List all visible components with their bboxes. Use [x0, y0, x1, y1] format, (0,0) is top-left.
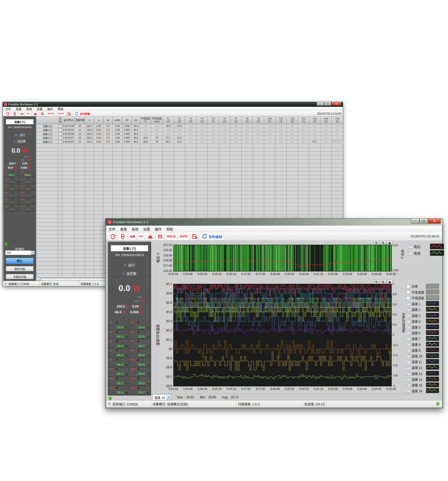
device-row-header[interactable]: 设备8 [?]: [37, 136, 58, 140]
legend-item-温度 11[interactable]: ✓温度 11: [406, 360, 422, 364]
row-checkbox[interactable]: [58, 148, 62, 152]
front-menu-4[interactable]: 设置: [141, 226, 152, 231]
back-menu-4[interactable]: 设置: [34, 107, 45, 111]
checkbox-checked-icon[interactable]: ✓: [59, 133, 62, 135]
col-header[interactable]: 运行时间: [62, 117, 74, 124]
row-checkbox[interactable]: [58, 258, 62, 262]
row-checkbox[interactable]: [58, 191, 62, 195]
col-header[interactable]: T10[?]: [264, 117, 275, 124]
row-checkbox[interactable]: [58, 215, 62, 219]
checkbox-checked-icon[interactable]: ✓: [406, 372, 410, 375]
zoom-icon[interactable]: [380, 280, 386, 284]
checkbox-checked-icon[interactable]: ✓: [406, 366, 410, 369]
hourglass-icon[interactable]: [12, 111, 18, 116]
checkbox-checked-icon[interactable]: ✓: [59, 140, 62, 143]
gauge-icon[interactable]: [4, 111, 11, 116]
hold-button[interactable]: HOLD: [166, 233, 177, 240]
col-header[interactable]: T13[?]: [298, 117, 309, 124]
row-checkbox[interactable]: [58, 234, 62, 238]
col-header[interactable]: T12[?]: [286, 117, 298, 124]
legend-item-温度 15[interactable]: ✓温度 15: [406, 383, 422, 387]
legend-item-温度 7[interactable]: ✓温度 7: [406, 336, 420, 341]
row-checkbox[interactable]: ✓: [58, 140, 62, 144]
row-checkbox[interactable]: ✓: [58, 124, 62, 128]
col-header[interactable]: 环境湿度%RH: [151, 117, 163, 124]
row-checkbox[interactable]: [58, 152, 62, 156]
checkbox-checked-icon[interactable]: ✓: [406, 383, 410, 387]
row-checkbox[interactable]: [58, 195, 62, 199]
stop-button[interactable]: 停止: [6, 258, 34, 264]
col-header[interactable]: T3[?]: [185, 117, 196, 124]
checkbox-checked-icon[interactable]: ✓: [406, 389, 410, 393]
back-menu-5[interactable]: 操作: [45, 107, 55, 111]
row-checkbox[interactable]: [58, 144, 62, 148]
checkbox-checked-icon[interactable]: ✓: [408, 251, 412, 255]
checkbox-icon[interactable]: [406, 290, 410, 294]
row-checkbox[interactable]: [58, 223, 62, 226]
row-checkbox[interactable]: [58, 262, 62, 266]
export-icon[interactable]: [66, 111, 72, 116]
col-header[interactable]: T9[?]: [253, 117, 264, 124]
legend-item-功率[interactable]: 功率: [406, 284, 418, 289]
checkbox-checked-icon[interactable]: ✓: [406, 319, 410, 323]
legend-item-环境湿度[interactable]: 环境湿度: [406, 296, 424, 300]
col-header[interactable]: T4[?]: [196, 117, 208, 124]
col-header[interactable]: T16[?]: [332, 117, 343, 124]
col-header[interactable]: T5[?]: [208, 117, 219, 124]
row-checkbox[interactable]: [58, 199, 62, 203]
checkbox-checked-icon[interactable]: ✓: [406, 337, 410, 340]
hold-button[interactable]: HOLD: [46, 111, 56, 116]
checkbox-checked-icon[interactable]: ✓: [406, 377, 410, 381]
legend-item-温度 3[interactable]: ✓温度 3: [406, 313, 420, 318]
sliders-icon[interactable]: [156, 233, 164, 240]
u-plus-icon[interactable]: U+: [26, 111, 31, 116]
checkbox-icon[interactable]: [406, 285, 410, 288]
close-button[interactable]: ✕: [331, 102, 341, 106]
device-row-header[interactable]: 设备6 [?]: [37, 128, 58, 132]
export-icon[interactable]: [190, 233, 199, 240]
col-header[interactable]: A: [94, 117, 103, 124]
thermometer-icon[interactable]: [128, 233, 137, 240]
voltage-current-plot[interactable]: [173, 245, 392, 271]
row-checkbox[interactable]: ✓: [58, 132, 62, 136]
close-button[interactable]: ✕: [428, 219, 441, 224]
col-header[interactable]: T6[?]: [219, 117, 230, 124]
row-checkbox[interactable]: [58, 242, 62, 246]
temperature-plot[interactable]: [173, 284, 392, 386]
back-menu-1[interactable]: 文件: [3, 107, 13, 111]
zoom-icon[interactable]: [380, 241, 386, 245]
row-checkbox[interactable]: [58, 183, 62, 187]
device-selector[interactable]: 设备5 [?]: [6, 119, 34, 124]
col-header[interactable]: T11[?]: [275, 117, 286, 124]
checkbox-checked-icon[interactable]: ✓: [59, 125, 62, 128]
legend-item-温度 5[interactable]: ✓温度 5: [406, 325, 420, 329]
row-checkbox[interactable]: [58, 219, 62, 223]
back-menu-6[interactable]: 帮助: [55, 107, 66, 111]
pan-hand-icon[interactable]: [387, 241, 393, 245]
back-menu-2[interactable]: 查看: [13, 107, 24, 111]
row-checkbox[interactable]: [58, 203, 62, 207]
maximize-button[interactable]: ▢: [419, 219, 428, 224]
col-header[interactable]: PF: [122, 117, 132, 124]
legend-item-电压[interactable]: ✓电压: [408, 244, 420, 249]
checkbox-checked-icon[interactable]: ✓: [406, 325, 410, 329]
legend-item-温度 9[interactable]: ✓温度 9: [406, 348, 420, 352]
gauge-icon[interactable]: [109, 233, 117, 240]
crosshair-icon[interactable]: [374, 280, 380, 284]
test-number-input[interactable]: 222: [5, 250, 31, 255]
row-checkbox[interactable]: [58, 207, 62, 211]
legend-item-温度 14[interactable]: ✓温度 14: [406, 377, 422, 382]
row-checkbox[interactable]: [58, 250, 62, 254]
row-checkbox[interactable]: [58, 187, 62, 191]
col-header[interactable]: T7[?]: [230, 117, 242, 124]
alarm-icon[interactable]: [32, 111, 39, 116]
checkbox-checked-icon[interactable]: ✓: [59, 136, 62, 139]
channel-select[interactable]: 温度 16 ▼: [152, 394, 171, 400]
legend-item-温度 6[interactable]: ✓温度 6: [406, 331, 420, 335]
minimize-button[interactable]: –: [317, 102, 324, 106]
alarm-icon[interactable]: [146, 233, 154, 240]
row-checkbox[interactable]: [58, 211, 62, 215]
col-header[interactable]: 全选: [58, 117, 62, 124]
row-checkbox[interactable]: [58, 230, 62, 234]
checkbox-checked-icon[interactable]: ✓: [59, 129, 62, 131]
